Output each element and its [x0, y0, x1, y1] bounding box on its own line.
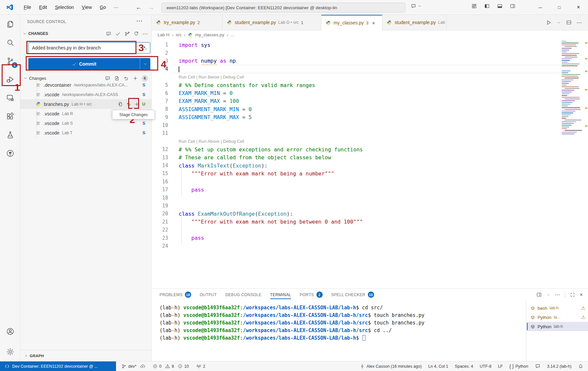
refresh-icon[interactable] — [133, 31, 139, 37]
commit-dropdown-icon[interactable] — [140, 58, 150, 70]
activity-item-settings[interactable] — [0, 343, 20, 361]
activity-item-accounts[interactable] — [0, 322, 20, 341]
forward-arrow-icon[interactable]: → — [148, 4, 154, 11]
terminal-line: (lab-h) vscode@b1493f6aa32f:/workspaces/… — [160, 312, 526, 319]
more-actions-icon[interactable]: ··· — [136, 18, 143, 24]
terminal-item-python[interactable]: Pythonlab-h — [526, 322, 588, 331]
editor-tab-2[interactable]: student_example.pyLab G • src1 — [222, 15, 321, 30]
open-file-icon[interactable] — [118, 102, 123, 107]
file-row-vscode[interactable]: .vscodeLab R — [20, 109, 151, 118]
more-editor-actions-icon[interactable]: ··· — [577, 20, 582, 25]
terminal-output[interactable]: (lab-h) vscode@b1493f6aa32f:/workspaces/… — [152, 301, 526, 361]
problems-indicator[interactable]: 0 8 10 — [153, 364, 189, 369]
commit-check-icon[interactable] — [115, 31, 121, 37]
split-terminal-icon[interactable] — [536, 292, 542, 297]
activity-item-extensions[interactable] — [0, 107, 20, 126]
create-branch-icon[interactable] — [124, 31, 130, 37]
branch-indicator[interactable]: dev* — [121, 364, 145, 369]
commit-message-input[interactable]: Added branches.py in dev branch — [28, 42, 150, 53]
breadcrumb-item[interactable]: ... — [231, 32, 234, 37]
activity-item-remote-explorer[interactable] — [0, 89, 20, 107]
run-dropdown-icon[interactable] — [557, 20, 561, 25]
cursor-position[interactable]: Ln 4, Col 1 — [428, 364, 448, 369]
menu-item-go[interactable]: Go — [96, 2, 110, 12]
toggle-secondary-sidebar-icon[interactable] — [510, 3, 515, 9]
codelens-row[interactable]: Run Cell | Run Above | Debug Cell — [152, 138, 588, 145]
maximize-panel-icon[interactable] — [570, 292, 575, 297]
panel-tab-problems[interactable]: PROBLEMS18 — [160, 289, 191, 301]
graph-section-header[interactable]: GRAPH — [20, 350, 151, 361]
tab-close-icon[interactable]: × — [372, 20, 375, 26]
toggle-panel-icon[interactable] — [497, 3, 503, 9]
panel-tab-terminal[interactable]: TERMINAL — [270, 289, 291, 301]
stage-changes-icon[interactable] — [134, 102, 139, 107]
notifications-bell-icon[interactable] — [578, 364, 583, 369]
breadcrumb-item[interactable]: Lab H — [158, 32, 169, 37]
line-number: 17 — [152, 187, 168, 193]
panel-tab-output[interactable]: OUTPUT — [200, 289, 217, 301]
codelens-actions[interactable]: Run Cell | Run Below | Debug Cell — [168, 75, 244, 79]
panel-tab-debug-console[interactable]: DEBUG CONSOLE — [225, 289, 262, 301]
menu-item-file[interactable]: File — [20, 2, 35, 12]
activity-item-source-control[interactable]: 6 — [0, 52, 20, 70]
menu-item-edit[interactable]: Edit — [35, 2, 51, 12]
editor-tab-1[interactable]: try_example.py2 — [152, 15, 222, 30]
file-row-vscode[interactable]: .vscodeLab SS — [20, 118, 151, 128]
activity-item-explorer[interactable] — [0, 15, 20, 33]
file-row-devcontainer[interactable]: .devcontainer/workspaces/labs-ALEX-CA...… — [20, 80, 151, 90]
codelens-actions[interactable]: Run Cell | Run Above | Debug Cell — [168, 139, 244, 144]
launch-profile-dropdown-icon[interactable] — [546, 293, 550, 297]
copilot-chat-button[interactable] — [411, 3, 422, 9]
close-panel-icon[interactable]: × — [580, 292, 583, 298]
copilot-status-icon[interactable] — [535, 363, 541, 369]
run-python-file-icon[interactable] — [545, 19, 552, 26]
terminal-item-bash[interactable]: bashlab-h⚠ — [526, 303, 588, 313]
activity-item-github[interactable] — [0, 144, 20, 163]
minimap[interactable] — [561, 40, 583, 288]
code-editor[interactable]: 1import sys23import numpy as np4Run Cell… — [152, 39, 588, 288]
editor-tab-4[interactable]: student_example.pyLab — [382, 15, 447, 30]
back-arrow-icon[interactable]: ← — [135, 4, 141, 11]
panel-tab-ports[interactable]: PORTS2 — [300, 289, 322, 301]
code-text: import sys — [168, 42, 210, 48]
menu-item-selection[interactable]: Selection — [51, 2, 78, 12]
discard-changes-icon[interactable] — [126, 102, 131, 107]
file-row-vscode[interactable]: .vscode/workspaces/labs-ALEX-CASSON-...S — [20, 90, 151, 99]
terminal-item-python[interactable]: Pythonla...⚠ — [526, 313, 588, 322]
file-row-branchespy[interactable]: branches.pyLab H • srcU — [20, 99, 151, 109]
activity-item-run-and-debug[interactable] — [0, 70, 20, 89]
split-editor-icon[interactable] — [566, 19, 572, 25]
indentation[interactable]: Spaces: 4 — [455, 364, 473, 369]
changes-section-header[interactable]: CHANGES ··· — [22, 29, 148, 38]
breadcrumb-item[interactable]: my_classes.py — [195, 32, 224, 37]
remote-indicator[interactable]: Dev Container: EEEN11202 devcontainer @ … — [0, 361, 116, 371]
activity-item-search[interactable] — [0, 33, 20, 52]
language-mode[interactable]: { } Python — [509, 364, 528, 369]
more-panel-actions-icon[interactable]: ··· — [555, 292, 560, 297]
source-control-comment-icon[interactable] — [106, 31, 111, 37]
more-actions-icon[interactable]: ··· — [143, 31, 148, 36]
commit-button[interactable]: Commit — [28, 58, 150, 70]
toggle-sidebar-icon[interactable] — [484, 3, 490, 9]
panel-tab-spell-checker[interactable]: SPELL CHECKER10 — [331, 289, 374, 301]
eol[interactable]: LF — [498, 364, 503, 369]
maximize-button[interactable]: □ — [550, 0, 569, 15]
terminal-name: Python — [538, 324, 551, 329]
customize-layout-icon[interactable] — [471, 3, 477, 9]
generate-commit-message-icon[interactable] — [139, 43, 150, 53]
menu-item-[interactable]: ··· — [110, 2, 122, 12]
menu-item-view[interactable]: View — [78, 2, 96, 12]
python-version[interactable]: 3.14.2 (lab-h) — [547, 364, 572, 369]
git-blame-indicator[interactable]: Alex Casson (16 minutes ago) — [360, 364, 422, 369]
close-button[interactable]: × — [569, 0, 588, 15]
editor-tab-3[interactable]: my_classes.py3× — [321, 15, 382, 30]
breadcrumb[interactable]: Lab H›src›my_classes.py›... — [152, 30, 588, 39]
activity-item-testing[interactable] — [0, 126, 20, 144]
minimize-button[interactable]: ─ — [531, 0, 550, 15]
ports-indicator[interactable]: 2 — [196, 364, 205, 369]
command-center[interactable]: eeen11202-labs (Workspace) [Dev Containe… — [162, 3, 405, 13]
encoding[interactable]: UTF-8 — [480, 364, 491, 369]
breadcrumb-item[interactable]: src — [176, 32, 182, 37]
file-row-vscode[interactable]: .vscodeLab TS — [20, 128, 151, 138]
codelens-row[interactable]: Run Cell | Run Below | Debug Cell — [152, 73, 588, 81]
